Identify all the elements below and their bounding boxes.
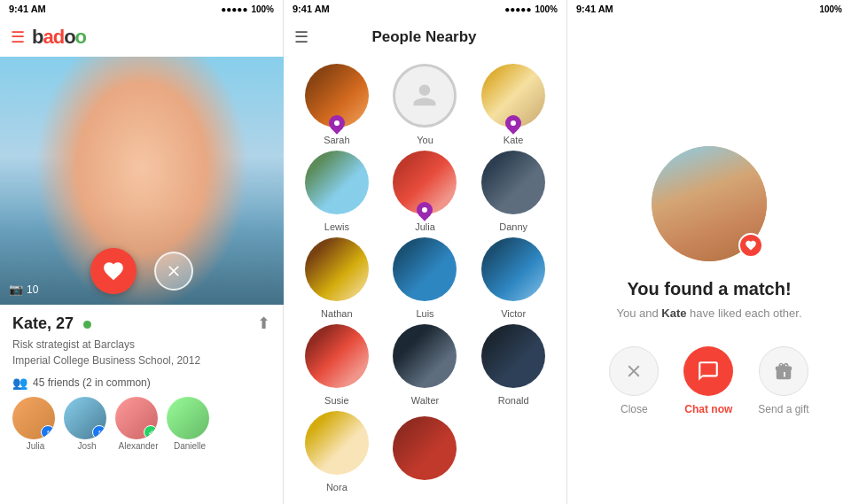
online-indicator: [83, 321, 91, 329]
person-victor[interactable]: Victor: [476, 237, 551, 319]
badge-wa-alexander: ✓: [144, 425, 158, 439]
right-header: [567, 18, 851, 57]
close-icon: [624, 361, 644, 381]
person-avatar-walter: [393, 324, 457, 388]
friend-danielle[interactable]: Danielle: [167, 397, 213, 451]
friend-alexander[interactable]: ✓ Alexander: [115, 397, 161, 451]
person-luis[interactable]: Luis: [387, 237, 463, 319]
close-circle[interactable]: [609, 346, 659, 396]
person-avatar-nora: [305, 411, 369, 475]
profile-details: Risk strategist at Barclays Imperial Col…: [12, 337, 270, 368]
person-ronald[interactable]: Ronald: [476, 324, 551, 406]
photo-counter: 📷 10: [9, 283, 38, 296]
person-avatar-nathan: [305, 237, 369, 301]
friends-row: 👥 45 friends (2 in common): [12, 376, 270, 390]
match-title: You found a match!: [627, 279, 791, 299]
person-susie[interactable]: Susie: [299, 324, 374, 406]
match-content: You found a match! You and Kate have lik…: [567, 57, 851, 504]
dislike-button[interactable]: [154, 252, 193, 291]
friends-icon: 👥: [12, 376, 27, 390]
friend-avatar-img-josh: f: [64, 397, 106, 439]
person-sarah[interactable]: Sarah: [299, 64, 374, 145]
gift-action[interactable]: Send a gift: [758, 346, 808, 415]
person-julia[interactable]: Julia: [387, 151, 463, 232]
time-right: 9:41 AM: [576, 4, 613, 14]
match-panel: 9:41 AM 100% You found a match! You and …: [567, 0, 851, 504]
badge-fb-julia: f: [41, 425, 55, 439]
profile-name-row: Kate, 27 ⬆: [12, 314, 270, 333]
person-walter[interactable]: Walter: [387, 324, 463, 406]
person-lewis[interactable]: Lewis: [299, 151, 374, 232]
profile-panel: 9:41 AM ●●●●● 100% ☰ badoo 📷 10: [0, 0, 284, 504]
gift-circle[interactable]: [759, 346, 808, 396]
person-more[interactable]: [387, 416, 463, 487]
person-avatar-kate: [481, 64, 545, 128]
people-row-3: Nathan Luis Victor: [293, 237, 558, 319]
match-heart-badge: [738, 233, 763, 258]
person-avatar-julia: [393, 151, 457, 214]
status-bar-left: 9:41 AM ●●●●● 100%: [0, 0, 283, 18]
person-avatar-susie: [305, 324, 369, 388]
status-bar-right: 9:41 AM 100%: [567, 0, 851, 18]
friend-josh[interactable]: f Josh: [64, 397, 110, 451]
time-left: 9:41 AM: [9, 4, 46, 14]
badoo-logo: badoo: [32, 26, 86, 49]
people-row-4: Susie Walter Ronald: [293, 324, 558, 406]
person-avatar-more: [393, 416, 457, 480]
match-actions: Close Chat now Send a gift: [609, 346, 808, 415]
person-avatar-lewis: [305, 151, 369, 214]
friend-avatar-img-julia: f: [12, 397, 55, 439]
chat-circle[interactable]: [683, 346, 733, 396]
time-middle: 9:41 AM: [293, 4, 330, 14]
person-nathan[interactable]: Nathan: [299, 237, 374, 319]
person-avatar-you: [393, 64, 457, 128]
chat-label: Chat now: [684, 403, 732, 415]
person-danny[interactable]: Danny: [476, 151, 551, 232]
signal-middle: ●●●●●: [504, 4, 531, 14]
person-avatar-sarah: [305, 64, 369, 128]
profile-action-buttons: [90, 248, 193, 294]
photo-count: 10: [27, 283, 38, 296]
gift-label: Send a gift: [758, 403, 808, 415]
status-icons-right: 100%: [819, 4, 842, 14]
person-avatar-ronald: [481, 324, 545, 388]
person-avatar-luis: [393, 237, 457, 301]
menu-icon[interactable]: ☰: [11, 27, 25, 47]
left-header: ☰ badoo: [0, 18, 283, 57]
status-bar-middle: 9:41 AM ●●●●● 100%: [284, 0, 566, 18]
status-icons-middle: ●●●●● 100%: [504, 4, 558, 14]
people-nearby-panel: 9:41 AM ●●●●● 100% ☰ People Nearby Sarah: [284, 0, 567, 504]
people-grid: Sarah You Kate: [284, 57, 566, 504]
middle-header: ☰ People Nearby: [284, 18, 566, 57]
profile-info: Kate, 27 ⬆ Risk strategist at Barclays I…: [0, 305, 283, 456]
signal-left: ●●●●●: [221, 4, 247, 14]
people-nearby-title: People Nearby: [308, 28, 540, 46]
person-you[interactable]: You: [387, 64, 463, 145]
friends-avatars: f Julia f Josh ✓ Alexander Danielle: [12, 397, 270, 451]
chat-action[interactable]: Chat now: [683, 346, 733, 415]
camera-icon: 📷: [9, 283, 23, 296]
people-row-2: Lewis Julia Danny: [293, 151, 558, 232]
cross-icon: [165, 262, 183, 280]
close-action[interactable]: Close: [609, 346, 659, 415]
middle-menu-icon[interactable]: ☰: [294, 27, 308, 47]
match-photo-container: [652, 146, 767, 261]
share-icon[interactable]: ⬆: [257, 314, 270, 333]
person-nora[interactable]: Nora: [299, 411, 374, 492]
battery-middle: 100%: [535, 4, 558, 14]
status-icons-left: ●●●●● 100%: [221, 4, 274, 14]
badge-fb-josh: f: [92, 425, 106, 439]
person-avatar-danny: [481, 151, 545, 214]
heart-icon: [102, 260, 125, 283]
person-kate[interactable]: Kate: [476, 64, 551, 145]
profile-name: Kate, 27: [12, 314, 91, 333]
match-subtitle: You and Kate have liked each other.: [616, 306, 801, 320]
friend-avatar-img-alexander: ✓: [115, 397, 158, 439]
friend-avatar-img-danielle: [167, 397, 209, 439]
person-avatar-victor: [481, 237, 545, 301]
profile-photo-container: 📷 10: [0, 57, 284, 305]
like-button[interactable]: [90, 248, 137, 294]
friend-julia[interactable]: f Julia: [12, 397, 59, 451]
people-row-1: Sarah You Kate: [293, 64, 558, 145]
battery-left: 100%: [251, 4, 274, 14]
